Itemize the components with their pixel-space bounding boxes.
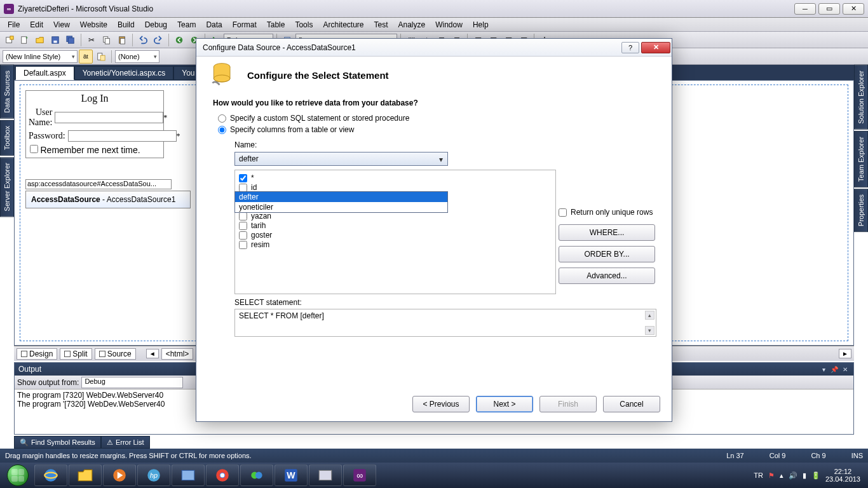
cancel-button[interactable]: Cancel (603, 396, 660, 412)
tab-data-sources[interactable]: Data Sources (0, 65, 14, 119)
tab-find-symbol[interactable]: 🔍 Find Symbol Results (14, 436, 101, 449)
column-checkbox[interactable] (239, 212, 247, 220)
menu-help[interactable]: Help (468, 19, 494, 30)
taskbar-msn[interactable] (240, 464, 273, 486)
tab-solution-explorer[interactable]: Solution Explorer (854, 65, 868, 130)
open-icon[interactable] (33, 33, 47, 47)
taskbar-app2[interactable] (309, 464, 342, 486)
column-checkbox[interactable] (239, 231, 247, 240)
tray-volume-icon[interactable]: 🔊 (789, 471, 797, 480)
save-all-icon[interactable] (64, 33, 78, 47)
unique-rows-option[interactable]: Return only unique rows (559, 208, 655, 217)
minimize-button[interactable]: ─ (794, 3, 816, 15)
previous-button[interactable]: < Previous (412, 396, 470, 412)
menu-build[interactable]: Build (112, 19, 140, 30)
taskbar-vs[interactable]: ∞ (343, 464, 376, 486)
maximize-button[interactable]: ▭ (818, 3, 840, 15)
view-design[interactable]: Design (17, 348, 57, 360)
undo-icon[interactable] (136, 33, 150, 47)
login-control[interactable]: Log In User Name:* Password:* Remember m… (25, 90, 164, 158)
menu-test[interactable]: Test (369, 19, 393, 30)
tray-network-icon[interactable]: ▮ (803, 471, 806, 480)
crumb-prev[interactable]: ◄ (146, 349, 159, 358)
menu-tools[interactable]: Tools (290, 19, 318, 30)
menu-website[interactable]: Website (75, 19, 112, 30)
tab-server-explorer[interactable]: Server Explorer (0, 157, 14, 217)
menu-edit[interactable]: Edit (25, 19, 48, 30)
username-field[interactable] (55, 112, 163, 123)
table-name-dropdown-list[interactable]: defter yoneticiler (234, 191, 448, 213)
add-item-icon[interactable]: + (18, 33, 32, 47)
output-dropdown-icon[interactable]: ▾ (819, 365, 828, 374)
column-checkbox[interactable] (239, 184, 247, 192)
style-dropdown[interactable]: (New Inline Style) (3, 50, 78, 63)
column-checkbox[interactable] (239, 174, 247, 182)
nav-back-icon[interactable] (172, 33, 186, 47)
tray-action-center-icon[interactable]: ⚑ (768, 471, 775, 480)
start-button[interactable] (3, 464, 33, 487)
tab-error-list[interactable]: ⚠ Error List (101, 436, 150, 449)
menu-architecture[interactable]: Architecture (318, 19, 369, 30)
menu-view[interactable]: View (48, 19, 75, 30)
close-button[interactable]: ✕ (843, 3, 864, 15)
menu-window[interactable]: Window (430, 19, 468, 30)
save-icon[interactable] (48, 33, 62, 47)
taskbar-explorer[interactable] (69, 464, 102, 486)
advanced-button[interactable]: Advanced... (559, 268, 655, 284)
remember-checkbox[interactable] (30, 145, 38, 153)
doc-tab-default[interactable]: Default.aspx (15, 66, 74, 80)
crumb-next[interactable]: ► (839, 349, 851, 358)
taskbar-hp[interactable]: hp (137, 464, 170, 486)
style-new-icon[interactable] (94, 50, 108, 64)
unique-rows-checkbox[interactable] (559, 208, 567, 217)
rule-dropdown[interactable]: (None) (115, 50, 159, 63)
tab-team-explorer[interactable]: Team Explorer (854, 131, 868, 187)
menu-team[interactable]: Team (172, 19, 201, 30)
dialog-close-button[interactable]: ✕ (641, 42, 670, 53)
doc-tab-yonetici[interactable]: Yonetici/Yonetici.aspx.cs (74, 66, 174, 80)
taskbar-mediaplayer[interactable] (103, 464, 136, 486)
cut-icon[interactable]: ✂ (85, 33, 98, 47)
where-button[interactable]: WHERE... (559, 224, 655, 241)
radio-table-columns-input[interactable] (218, 126, 226, 134)
view-source[interactable]: Source (95, 348, 136, 360)
menu-debug[interactable]: Debug (140, 19, 172, 30)
column-checkbox[interactable] (239, 241, 247, 249)
output-close-icon[interactable]: ✕ (841, 365, 850, 374)
dialog-help-button[interactable]: ? (621, 42, 639, 53)
tray-up-icon[interactable]: ▴ (780, 471, 783, 480)
menu-table[interactable]: Table (262, 19, 290, 30)
radio-table-columns[interactable]: Specify columns from a table or view (218, 125, 655, 134)
menu-format[interactable]: Format (227, 19, 262, 30)
menu-data[interactable]: Data (201, 19, 227, 30)
tag-navigator[interactable]: asp:accessdatasource#AccessDataSou... (25, 179, 172, 189)
output-from-dropdown[interactable]: Debug (81, 377, 183, 388)
finish-button[interactable]: Finish (539, 396, 597, 412)
tab-properties[interactable]: Properties (854, 189, 868, 232)
password-field[interactable] (68, 130, 177, 142)
tray-clock[interactable]: 22:1223.04.2013 (825, 468, 860, 483)
combo-item[interactable]: defter (235, 192, 447, 202)
next-button[interactable]: Next > (476, 396, 533, 412)
scroll-down-icon[interactable]: ▾ (645, 326, 654, 335)
output-pin-icon[interactable]: 📌 (830, 365, 839, 374)
taskbar-word[interactable]: W (275, 464, 308, 486)
taskbar-chrome[interactable] (206, 464, 239, 486)
copy-icon[interactable] (100, 33, 114, 47)
new-project-icon[interactable] (3, 33, 17, 47)
table-name-combobox[interactable]: defter ▾ (234, 152, 448, 166)
tray-lang[interactable]: TR (754, 471, 763, 479)
scroll-up-icon[interactable]: ▴ (645, 311, 654, 320)
view-split[interactable]: Split (60, 348, 92, 360)
column-checkbox[interactable] (239, 222, 247, 230)
select-statement-box[interactable]: SELECT * FROM [defter] ▴ ▾ (234, 309, 656, 337)
radio-custom-sql[interactable]: Specify a custom SQL statement or stored… (218, 114, 655, 123)
menu-analyze[interactable]: Analyze (393, 19, 431, 30)
crumb-html[interactable]: <html> (161, 348, 194, 360)
taskbar-ie[interactable] (34, 464, 67, 486)
taskbar-app1[interactable] (172, 464, 205, 486)
combo-item[interactable]: yoneticiler (235, 202, 447, 212)
menu-file[interactable]: File (3, 19, 25, 30)
orderby-button[interactable]: ORDER BY... (559, 246, 655, 262)
columns-listbox[interactable]: * id konu mesaj yazan tarih goster resim (234, 170, 556, 294)
